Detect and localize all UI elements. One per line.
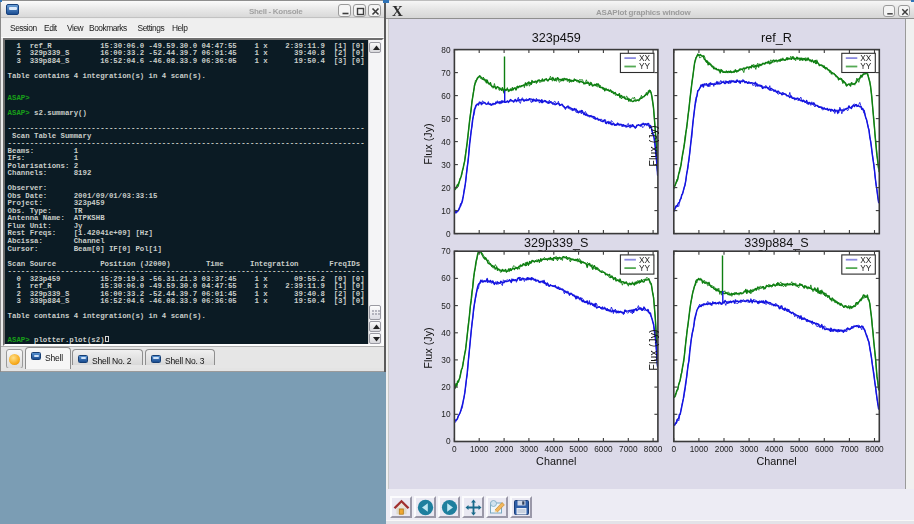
svg-text:Session: Session <box>10 23 37 33</box>
svg-text:View: View <box>67 23 85 33</box>
svg-text:Settings: Settings <box>138 23 165 33</box>
svg-text:ASAPlot graphics window: ASAPlot graphics window <box>596 7 691 16</box>
svg-text:Shell No. 2: Shell No. 2 <box>92 356 132 366</box>
svg-text:Help: Help <box>172 23 188 33</box>
svg-text:X: X <box>392 4 403 18</box>
svg-text:Shell No. 3: Shell No. 3 <box>165 356 205 366</box>
svg-text:Shell - Konsole: Shell - Konsole <box>249 7 303 16</box>
svg-text:Edit: Edit <box>44 23 58 33</box>
svg-text:Shell: Shell <box>45 352 63 362</box>
svg-text:Bookmarks: Bookmarks <box>89 23 127 33</box>
